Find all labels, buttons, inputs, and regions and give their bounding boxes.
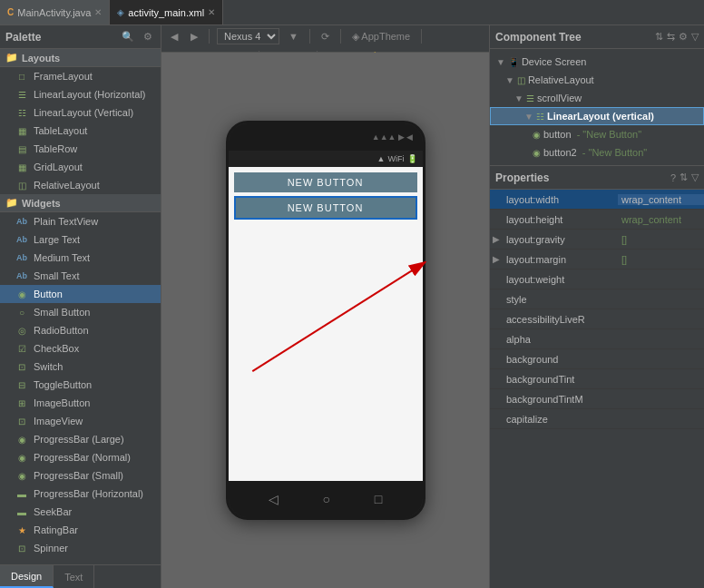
prop-background[interactable]: background	[490, 349, 704, 369]
prop-capitalize[interactable]: capitalize	[490, 409, 704, 429]
palette-item-togglebutton[interactable]: ⊟ ToggleButton	[0, 376, 161, 394]
palette-title: Palette	[5, 31, 41, 44]
bottom-tabs: Design Text	[0, 564, 161, 588]
tab-close-main-activity[interactable]: ✕	[94, 7, 102, 17]
prop-style[interactable]: style	[490, 289, 704, 309]
palette-settings-button[interactable]: ⚙	[141, 30, 155, 44]
recents-nav-icon[interactable]: □	[375, 492, 382, 506]
phone-bottom: ◁ ○ □	[229, 481, 423, 517]
properties-content: layout:width wrap_content layout:height …	[490, 190, 704, 588]
palette-item-framelayout[interactable]: □ FrameLayout	[0, 67, 161, 85]
component-tree-header: Component Tree ⇅ ⇆ ⚙ ▽	[490, 25, 704, 49]
palette-item-smalltext[interactable]: Ab Small Text	[0, 267, 161, 285]
design-canvas[interactable]: ▲▲▲ ▶ ◀ ▲ WiFi 🔋 NEW BUTTON NEW BUTTON	[161, 53, 489, 588]
text-tab[interactable]: Text	[54, 565, 94, 588]
properties-header: Properties ? ⇅ ▽	[490, 166, 704, 190]
framelayout-icon: □	[15, 72, 29, 82]
palette-panel: Palette 🔍 ⚙ 📁 Layouts □ FrameLayout ☰ Li…	[0, 25, 161, 588]
palette-header: Palette 🔍 ⚙	[0, 25, 161, 49]
tree-scrollview[interactable]: ▼ ☰ scrollView	[490, 89, 704, 107]
palette-item-checkbox[interactable]: ☑ CheckBox	[0, 339, 161, 358]
palette-item-radiobutton[interactable]: ◎ RadioButton	[0, 321, 161, 339]
prop-filter-button[interactable]: ▽	[691, 172, 699, 183]
tree-device-screen[interactable]: ▼ 📱 Device Screen	[490, 53, 704, 71]
tab-activity-xml[interactable]: ◈ activity_main.xml ✕	[110, 0, 223, 24]
palette-item-mediumtext[interactable]: Ab Medium Text	[0, 249, 161, 267]
palette-item-relativelayout[interactable]: ◫ RelativeLayout	[0, 176, 161, 194]
tree-sort2-button[interactable]: ⇆	[667, 31, 675, 43]
togglebutton-icon: ⊟	[15, 380, 29, 390]
palette-category-layouts[interactable]: 📁 Layouts	[0, 49, 161, 67]
palette-item-progressbar-large[interactable]: ◉ ProgressBar (Large)	[0, 430, 161, 448]
radiobutton-icon: ◎	[15, 326, 29, 336]
palette-item-seekbar[interactable]: ▬ SeekBar	[0, 503, 161, 521]
prop-sort-button[interactable]: ⇅	[680, 172, 688, 183]
properties-panel: Properties ? ⇅ ▽ layout:width wrap_conte…	[490, 166, 704, 588]
prop-backgroundtint[interactable]: backgroundTint	[490, 369, 704, 389]
prop-alpha[interactable]: alpha	[490, 329, 704, 349]
prop-gravity-expand[interactable]: ▶	[490, 234, 503, 244]
design-tab[interactable]: Design	[0, 565, 54, 588]
rotate-button[interactable]: ⟳	[318, 29, 333, 44]
relativelayout-icon: ◫	[15, 181, 29, 191]
tree-sort-button[interactable]: ⇅	[655, 31, 663, 43]
alpha-label: alpha	[503, 334, 618, 345]
palette-item-gridlayout[interactable]: ▦ GridLayout	[0, 158, 161, 176]
tree-button1[interactable]: ◉ button - "New Button"	[490, 125, 704, 143]
device-config-button[interactable]: ▼	[285, 29, 302, 44]
tab-close-activity-xml[interactable]: ✕	[208, 7, 215, 17]
small-text-label: Small Text	[34, 270, 80, 281]
prop-layout-height[interactable]: layout:height wrap_content	[490, 210, 704, 230]
prop-layout-gravity[interactable]: ▶ layout:gravity []	[490, 230, 704, 250]
prop-help-button[interactable]: ?	[670, 172, 676, 183]
tab-main-activity[interactable]: C MainActivity.java ✕	[0, 0, 110, 24]
palette-item-imagebutton[interactable]: ⊞ ImageButton	[0, 394, 161, 412]
palette-item-smallbutton[interactable]: ○ Small Button	[0, 303, 161, 321]
prop-layout-weight[interactable]: layout:weight	[490, 270, 704, 289]
toolbar-forward-button[interactable]: ▶	[187, 29, 201, 44]
palette-search-button[interactable]: 🔍	[119, 30, 137, 44]
palette-item-largetext[interactable]: Ab Large Text	[0, 230, 161, 249]
palette-content: 📁 Layouts □ FrameLayout ☰ LinearLayout (…	[0, 49, 161, 564]
palette-item-tablelayout[interactable]: ▦ TableLayout	[0, 122, 161, 140]
prop-margin-expand[interactable]: ▶	[490, 254, 503, 264]
phone-button1[interactable]: NEW BUTTON	[234, 172, 417, 192]
prop-layout-width[interactable]: layout:width wrap_content	[490, 190, 704, 210]
palette-category-widgets[interactable]: 📁 Widgets	[0, 194, 161, 212]
tab-bar: C MainActivity.java ✕ ◈ activity_main.xm…	[0, 0, 704, 25]
palette-item-ratingbar[interactable]: ★ RatingBar	[0, 521, 161, 539]
palette-item-imageview[interactable]: ⊡ ImageView	[0, 412, 161, 430]
palette-item-linearlayout-v[interactable]: ☷ LinearLayout (Vertical)	[0, 103, 161, 122]
palette-item-tablerow[interactable]: ▤ TableRow	[0, 140, 161, 158]
toolbar-back-button[interactable]: ◀	[167, 29, 181, 44]
palette-item-progressbar-h[interactable]: ▬ ProgressBar (Horizontal)	[0, 485, 161, 503]
device-screen-icon: 📱	[508, 57, 519, 67]
design-toolbar: ◀ ▶ Nexus 4 ▼ ⟳ ◈ AppTheme ◻ MainActivit…	[161, 25, 489, 53]
phone-signal: ▲▲▲ ▶ ◀	[372, 132, 414, 142]
palette-item-spinner[interactable]: ⊡ Spinner	[0, 539, 161, 557]
back-nav-icon[interactable]: ◁	[269, 492, 279, 506]
tree-settings-button[interactable]: ⚙	[679, 31, 688, 43]
tree-linearlayout-vertical[interactable]: ▼ ☷ LinearLayout (vertical)	[490, 107, 704, 125]
palette-item-progressbar-normal[interactable]: ◉ ProgressBar (Normal)	[0, 448, 161, 466]
palette-item-linearlayout-h[interactable]: ☰ LinearLayout (Horizontal)	[0, 85, 161, 103]
prop-backgroundtintm[interactable]: backgroundTintM	[490, 389, 704, 409]
progressbar-large-icon: ◉	[15, 435, 29, 445]
theme-button[interactable]: ◈ AppTheme	[348, 29, 414, 44]
prop-accessibility[interactable]: accessibilityLiveR	[490, 309, 704, 329]
palette-item-plaintextview[interactable]: Ab Plain TextView	[0, 212, 161, 230]
phone-button2[interactable]: NEW BUTTON	[234, 196, 417, 220]
device-selector[interactable]: Nexus 4	[217, 28, 279, 44]
tree-button2[interactable]: ◉ button2 - "New Button"	[490, 143, 704, 162]
palette-item-button[interactable]: ◉ Button	[0, 285, 161, 303]
palette-item-switch[interactable]: ⊡ Switch	[0, 358, 161, 376]
tree-relativelayout[interactable]: ▼ ◫ RelativeLayout	[490, 71, 704, 89]
button-icon: ◉	[15, 289, 29, 299]
tree-filter-button[interactable]: ▽	[691, 31, 699, 43]
home-nav-icon[interactable]: ○	[323, 492, 330, 506]
toolbar-separator-2	[309, 29, 310, 44]
tablerow-icon: ▤	[15, 144, 29, 154]
largetext-icon: Ab	[15, 235, 29, 244]
prop-layout-margin[interactable]: ▶ layout:margin []	[490, 250, 704, 270]
palette-item-progressbar-small[interactable]: ◉ ProgressBar (Small)	[0, 466, 161, 485]
